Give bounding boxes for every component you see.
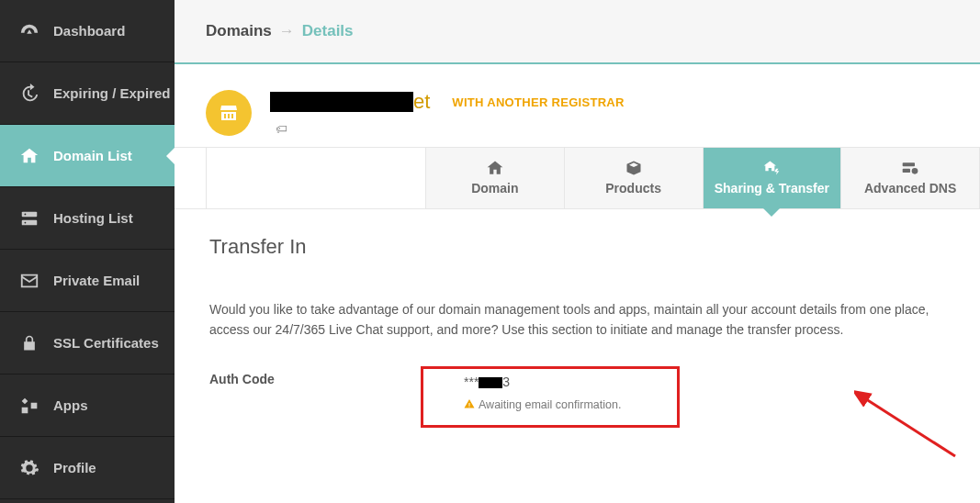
tabs: Domain Products Sharing & Transfer Advan… <box>175 147 980 209</box>
auth-code-prefix: *** <box>464 374 479 389</box>
store-icon <box>206 90 252 136</box>
domain-name-row: et WITH ANOTHER REGISTRAR <box>270 90 625 114</box>
svg-point-2 <box>25 213 27 215</box>
auth-code-redacted <box>479 377 502 388</box>
tab-spacer <box>206 148 426 208</box>
sidebar-item-label: Apps <box>53 397 88 413</box>
tab-sharing-transfer[interactable]: Sharing & Transfer <box>704 148 842 208</box>
auth-code-suffix: 3 <box>502 374 510 389</box>
breadcrumb-current: Details <box>302 22 354 40</box>
tag-icon[interactable]: 🏷 <box>276 122 287 136</box>
clock-back-icon <box>18 83 40 105</box>
sidebar-item-private-email[interactable]: Private Email <box>0 250 175 312</box>
warning-icon <box>464 398 475 412</box>
house-icon <box>18 145 40 167</box>
gauge-icon <box>18 20 40 42</box>
registrar-status: WITH ANOTHER REGISTRAR <box>452 95 624 109</box>
sidebar-item-label: Dashboard <box>53 23 125 39</box>
svg-point-3 <box>25 221 27 223</box>
sidebar-item-label: Private Email <box>53 273 140 288</box>
tab-advanced-dns[interactable]: Advanced DNS <box>841 148 980 208</box>
breadcrumb-arrow: → <box>279 22 295 40</box>
sidebar-item-dashboard[interactable]: Dashboard <box>0 0 175 62</box>
sidebar-item-label: SSL Certificates <box>53 335 159 351</box>
svg-rect-4 <box>903 162 915 166</box>
section-description: Would you like to take advantage of our … <box>209 299 945 341</box>
domain-header: et WITH ANOTHER REGISTRAR 🏷 <box>175 64 980 147</box>
tab-label: Sharing & Transfer <box>715 181 829 196</box>
domain-name-redacted <box>270 92 413 112</box>
sidebar-item-ssl[interactable]: SSL Certificates <box>0 312 175 374</box>
svg-rect-5 <box>903 169 910 173</box>
sidebar-item-profile[interactable]: Profile <box>0 437 175 499</box>
tag-row: 🏷 <box>276 121 625 136</box>
sidebar: Dashboard Expiring / Expired Domain List… <box>0 0 175 503</box>
svg-point-6 <box>912 168 918 174</box>
auth-code-label: Auth Code <box>209 366 421 386</box>
auth-status-text: Awaiting email confirmation. <box>479 398 621 411</box>
apps-icon <box>18 395 40 417</box>
auth-code-box: ***3 Awaiting email confirmation. <box>421 366 680 428</box>
server-icon <box>18 207 40 229</box>
svg-rect-1 <box>22 219 38 225</box>
tab-products[interactable]: Products <box>565 148 704 208</box>
sidebar-item-expiring[interactable]: Expiring / Expired <box>0 62 175 125</box>
lock-icon <box>18 332 40 354</box>
domain-name-suffix: et <box>413 90 430 114</box>
sidebar-item-label: Hosting List <box>53 210 133 226</box>
sidebar-item-domain-list[interactable]: Domain List <box>0 125 175 187</box>
main: Domains → Details et WITH ANOTHER REGIST… <box>175 0 980 503</box>
server-gear-icon <box>841 159 979 177</box>
tab-domain[interactable]: Domain <box>426 148 565 208</box>
gear-icon <box>18 457 40 479</box>
auth-code-row: Auth Code ***3 Awaiting email confirmati… <box>209 366 945 428</box>
sidebar-item-hosting-list[interactable]: Hosting List <box>0 187 175 250</box>
sidebar-item-apps[interactable]: Apps <box>0 374 175 437</box>
house-icon <box>426 159 564 177</box>
tab-label: Domain <box>471 181 518 196</box>
breadcrumb: Domains → Details <box>175 0 980 64</box>
mail-icon <box>18 270 40 292</box>
house-arrow-icon <box>704 159 841 177</box>
breadcrumb-root[interactable]: Domains <box>206 22 272 40</box>
section-title: Transfer In <box>209 235 945 259</box>
svg-rect-0 <box>22 211 38 217</box>
auth-code-status: Awaiting email confirmation. <box>464 398 636 412</box>
sidebar-item-label: Profile <box>53 460 96 475</box>
tab-label: Advanced DNS <box>864 181 956 196</box>
box-icon <box>565 159 703 177</box>
tab-label: Products <box>605 181 661 196</box>
content: Transfer In Would you like to take advan… <box>175 209 980 428</box>
sidebar-item-label: Domain List <box>53 148 132 163</box>
sidebar-item-label: Expiring / Expired <box>53 85 171 101</box>
auth-code-value: ***3 <box>464 374 636 389</box>
